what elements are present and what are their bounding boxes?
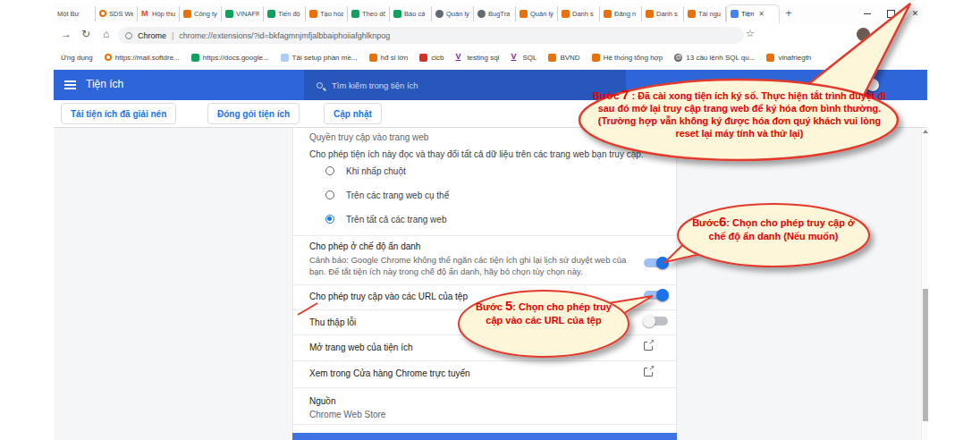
source-value: Chrome Web Store (309, 410, 385, 419)
sds-icon (105, 54, 112, 61)
browser-tab[interactable]: Hộp thư (138, 6, 180, 21)
tab-strip: Một Bư SDS We Hộp thư Công ty (54, 3, 927, 24)
tab-label: Theo dõ (362, 10, 385, 18)
page-title: Tiện ích (86, 78, 123, 90)
browser-tab[interactable]: Tạo hóa (306, 6, 348, 21)
profile-avatar[interactable] (857, 28, 870, 41)
search-icon (317, 82, 323, 89)
tab-label: Công ty (194, 10, 217, 18)
bookmark-star-icon[interactable] (746, 28, 755, 39)
radio-label: Trên các trang web cụ thể (346, 190, 449, 200)
incognito-toggle[interactable] (644, 258, 668, 267)
bookmark-item[interactable]: cicb (419, 54, 444, 62)
cicb-icon (419, 54, 427, 62)
bookmark-item[interactable]: hđ sl lớn (369, 54, 409, 62)
browser-tab[interactable]: Danh s (642, 6, 684, 21)
error-collection-toggle[interactable] (644, 317, 668, 326)
reload-button[interactable]: ↻ (81, 28, 90, 40)
tab-label: Tạo hóa (320, 10, 343, 18)
menu-icon[interactable] (64, 80, 76, 82)
tab-label: Danh s (572, 10, 594, 18)
browser-tab[interactable]: Đăng n (600, 6, 642, 21)
browser-tab[interactable]: SDS We (96, 6, 138, 21)
bookmark-item[interactable]: testing sql (455, 54, 499, 62)
extension-detail-card: Quyền truy cập vào trang web Cho phép ti… (292, 128, 677, 434)
divider (293, 424, 678, 425)
close-window-button[interactable] (903, 3, 927, 24)
bookmark-item[interactable]: https://docs.google... (191, 54, 269, 62)
pack-extension-button[interactable]: Đóng gói tiện ích (207, 103, 300, 124)
browser-tab[interactable]: BugTra (474, 6, 516, 21)
bottom-blue-strip (292, 433, 677, 440)
error-collection-title: Thu thập lỗi (309, 317, 356, 327)
bookmark-item[interactable]: SQL (511, 54, 536, 62)
browser-tab[interactable]: Danh s (558, 6, 600, 21)
site-access-radio-option[interactable]: Trên tất cả các trang web (325, 212, 446, 226)
browser-tab[interactable]: Báo cá (390, 6, 432, 21)
bookmark-item[interactable]: BVND (548, 54, 579, 62)
address-bar[interactable]: Chrome | chrome://extensions/?id=bkfagmn… (118, 27, 744, 44)
extensions-search-box[interactable]: Tìm kiếm trong tiện ích (304, 70, 626, 100)
browser-tab[interactable]: VINAFR (222, 6, 264, 21)
scroll-up-arrow-icon[interactable] (923, 130, 928, 133)
search-placeholder: Tìm kiếm trong tiện ích (332, 80, 418, 90)
divider (293, 309, 678, 310)
tab-label: Tiến độ (278, 10, 300, 18)
at-icon (674, 54, 682, 62)
load-unpacked-button[interactable]: Tải tiện ích đã giải nén (61, 103, 176, 124)
bookmark-label: 13 câu lệnh SQL qu... (686, 54, 755, 62)
doc-icon (520, 10, 528, 18)
tab-label: Tài ngu (698, 10, 721, 18)
open-website-row[interactable]: Mở trang web của tiện ích (309, 343, 413, 352)
forward-button[interactable]: → (61, 28, 72, 40)
file-urls-title: Cho phép truy cập vào các URL của tệp (309, 292, 468, 301)
update-button[interactable]: Cập nhật (324, 103, 382, 124)
browser-tab[interactable]: Một Bư (54, 6, 96, 21)
bookmark-item[interactable]: vinafriegth (766, 54, 811, 62)
bookmark-item[interactable]: Hệ thống tổng hợp (592, 54, 663, 62)
scrollbar[interactable] (921, 128, 928, 440)
external-link-icon[interactable] (644, 368, 653, 377)
browser-tab[interactable]: Tiện (726, 4, 780, 23)
tab-close-icon[interactable] (758, 10, 765, 18)
external-link-icon[interactable] (644, 342, 653, 351)
site-access-radio-option[interactable]: Khi nhấp chuột (325, 164, 406, 178)
bookmark-item[interactable]: Ứng dụng (61, 54, 93, 62)
scrollbar-thumb[interactable] (923, 289, 928, 421)
tab-label: Báo cá (404, 10, 425, 18)
browser-tab[interactable]: Quản lý (432, 6, 474, 21)
window-controls (855, 3, 927, 24)
radio-icon (325, 166, 334, 175)
bookmark-item[interactable]: https://mail.softdre... (105, 54, 180, 62)
new-tab-button[interactable] (780, 6, 798, 21)
site-access-radio-option[interactable]: Trên các trang web cụ thể (325, 188, 449, 202)
bookmark-label: vinafriegth (778, 54, 811, 62)
file-urls-toggle[interactable] (644, 291, 668, 300)
bookmark-item[interactable]: 13 câu lệnh SQL qu... (674, 54, 755, 62)
home-button[interactable]: ⌂ (103, 28, 109, 40)
browser-tab[interactable]: Tài ngu (684, 6, 726, 21)
browser-tab[interactable]: Tiến độ (264, 6, 306, 21)
doc-icon (309, 10, 317, 18)
minimize-button[interactable] (855, 3, 879, 24)
view-in-store-row[interactable]: Xem trong Cửa hàng Chrome trực tuyến (309, 368, 470, 378)
developer-mode-toggle[interactable] (854, 80, 878, 89)
browser-tab[interactable]: Theo dõ (348, 6, 390, 21)
url-text: chrome://extensions/?id=bkfagmnjmfjalbba… (179, 31, 390, 40)
page-info-icon[interactable] (125, 32, 132, 39)
browser-menu-icon[interactable] (883, 27, 893, 38)
v-icon (455, 54, 463, 62)
setup-icon (281, 54, 289, 62)
divider (293, 334, 678, 335)
sds-icon (99, 10, 106, 17)
sheet-icon (225, 10, 233, 18)
browser-tab[interactable]: Công ty (180, 6, 222, 21)
tab-label: Hộp thư (152, 10, 175, 18)
bookmark-item[interactable]: Tải setup phần mề... (281, 54, 358, 62)
incognito-warning: Cảnh báo: Google Chrome không thể ngăn c… (309, 254, 633, 277)
restore-button[interactable] (879, 3, 903, 24)
browser-tab[interactable]: Quản lý (516, 6, 558, 21)
bookmark-label: hđ sl lớn (381, 54, 409, 62)
doc-icon (369, 54, 377, 62)
source-label: Nguồn (309, 396, 335, 406)
